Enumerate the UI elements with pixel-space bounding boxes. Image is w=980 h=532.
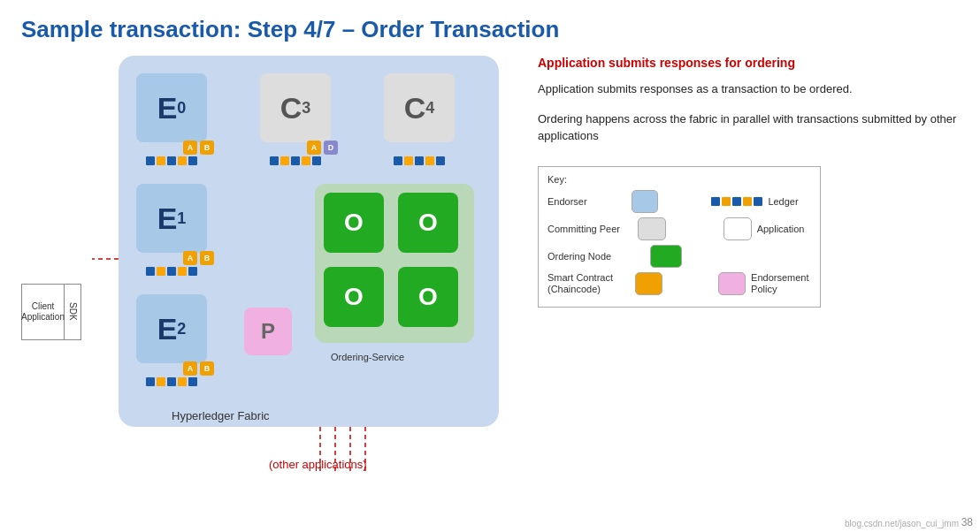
content-area: Client Application SDK <box>21 56 959 514</box>
key-label-ordering: Ordering Node <box>547 251 645 262</box>
committing-c3: C3 A D <box>260 73 331 165</box>
endorser-e2: E2 A B <box>136 294 207 386</box>
committing-c4: C4 <box>384 73 455 165</box>
ordering-node-4: O <box>398 267 458 327</box>
watermark: blog.csdn.net/jason_cui_jmm <box>845 519 959 528</box>
key-row-endorser: Endorser Ledger <box>547 190 811 213</box>
slide-title: Sample transaction: Step 4/7 – Order Tra… <box>21 16 959 43</box>
ordering-label: Ordering-Service <box>331 352 404 362</box>
key-ledger-symbol <box>711 190 762 213</box>
key-title: Key: <box>547 174 811 185</box>
fabric-area: E0 A B C3 A D <box>92 56 517 471</box>
key-swatch-chaincode <box>635 272 662 295</box>
fabric-label: Hyperledger Fabric <box>172 409 270 422</box>
key-label-committing: Committing Peer <box>547 224 632 234</box>
key-row-committing: Committing Peer Application <box>547 217 811 240</box>
other-apps: (other applications) <box>269 458 367 471</box>
key-row-ordering: Ordering Node <box>547 245 811 268</box>
key-swatch-ordering <box>650 245 682 268</box>
ordering-service: O O O O <box>315 184 474 343</box>
desc-para2: Ordering happens across the fabric in pa… <box>538 110 959 145</box>
key-swatch-application <box>724 217 752 240</box>
key-label-chaincode: Smart Contract(Chaincode) <box>547 272 630 295</box>
key-box: Key: Endorser Ledger Committing Peer <box>538 166 821 308</box>
key-label-application: Application <box>757 224 811 234</box>
key-swatch-committing <box>638 217 666 240</box>
key-row-chaincode: Smart Contract(Chaincode) Endorsement Po… <box>547 272 811 295</box>
key-label-endorsement: Endorsement Policy <box>751 272 811 295</box>
ordering-node-3: O <box>324 267 384 327</box>
key-label-ledger: Ledger <box>768 196 811 207</box>
ordering-node-1: O <box>324 193 384 253</box>
other-apps-label: (other applications) <box>269 458 367 471</box>
key-swatch-endorser <box>632 190 658 213</box>
desc-title: Application submits responses for orderi… <box>538 56 959 70</box>
peer-p: P <box>244 308 292 355</box>
client-label: Client Application <box>22 285 65 339</box>
description-panel: Application submits responses for orderi… <box>531 56 959 514</box>
ordering-node-2: O <box>398 193 458 253</box>
client-app: Client Application SDK <box>21 284 81 340</box>
key-label-endorser: Endorser <box>547 196 626 207</box>
client-box: Client Application SDK <box>21 284 81 340</box>
desc-para1: Application submits responses as a trans… <box>538 80 959 98</box>
key-swatch-endorsement <box>718 272 746 295</box>
endorser-e0: E0 A B <box>136 73 207 165</box>
slide-number: 38 <box>961 516 973 528</box>
endorser-e1: E1 A B <box>136 184 207 276</box>
slide: Sample transaction: Step 4/7 – Order Tra… <box>0 0 980 532</box>
sdk-label: SDK <box>65 285 80 339</box>
